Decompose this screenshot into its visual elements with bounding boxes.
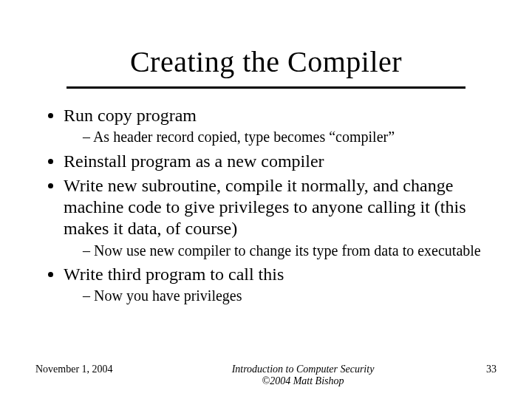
footer-copyright: ©2004 Matt Bishop <box>154 375 452 387</box>
sub-bullet-text: Now use new compiler to change its type … <box>94 242 481 259</box>
footer-title: Introduction to Computer Security <box>154 364 452 375</box>
bullet-text: Write new subroutine, compile it normall… <box>64 176 466 239</box>
slide: Creating the Compiler Run copy program A… <box>0 0 532 399</box>
bullet-text: Write third program to call this <box>64 265 284 284</box>
title-underline <box>66 86 466 89</box>
list-item: Reinstall program as a new compiler <box>64 151 495 172</box>
sub-bullet-text: Now you have privileges <box>94 287 242 304</box>
footer-date: November 1, 2004 <box>35 364 154 375</box>
list-item: Run copy program As header record copied… <box>64 105 495 146</box>
list-item: Write new subroutine, compile it normall… <box>64 175 495 259</box>
bullet-text: Reinstall program as a new compiler <box>64 151 324 171</box>
sub-bullet-text: As header record copied, type becomes “c… <box>93 129 395 145</box>
sub-bullet-list: Now use new compiler to change its type … <box>64 242 495 259</box>
list-item: Now you have privileges <box>83 287 495 304</box>
sub-bullet-list: As header record copied, type becomes “c… <box>64 128 495 146</box>
list-item: Write third program to call this Now you… <box>64 264 495 305</box>
slide-title: Creating the Compiler <box>37 44 495 79</box>
footer-page-number: 33 <box>452 364 497 375</box>
bullet-list: Run copy program As header record copied… <box>44 105 495 305</box>
bullet-text: Run copy program <box>64 106 197 125</box>
footer: November 1, 2004 Introduction to Compute… <box>0 364 532 387</box>
sub-bullet-list: Now you have privileges <box>64 287 495 304</box>
list-item: Now use new compiler to change its type … <box>83 242 495 259</box>
list-item: As header record copied, type becomes “c… <box>83 128 495 146</box>
footer-center: Introduction to Computer Security ©2004 … <box>154 364 452 387</box>
